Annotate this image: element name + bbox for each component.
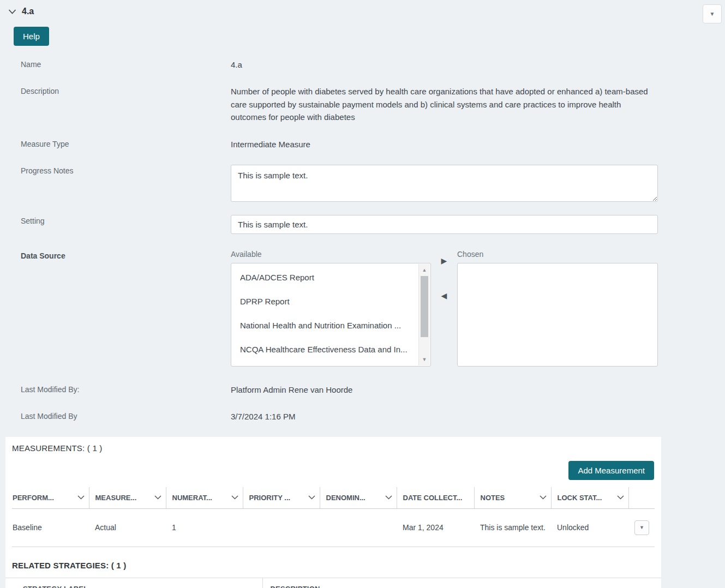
measurements-card: MEASUREMENTS: ( 1 ) Add Measurement PERF… [5,437,661,588]
available-column: Available ADA/ADCES Report DPRP Report N… [231,250,431,367]
available-list-items: ADA/ADCES Report DPRP Report National He… [231,263,430,362]
scrollbar-thumb[interactable] [421,276,428,337]
cell-lock-status: Unlocked [551,508,628,547]
progress-notes-label: Progress Notes [0,165,231,175]
setting-label: Setting [0,215,231,225]
description-label: Description [0,85,231,95]
filter-chevron-icon [154,495,161,500]
last-modified-by-value: Platform Admin Rene van Hoorde [231,383,658,396]
section-menu-button[interactable]: ▼ [703,4,722,23]
measure-type-value: Intermediate Measure [231,138,658,151]
form-row-progress-notes: Progress Notes This is sample text. [0,165,725,203]
move-left-icon[interactable]: ◀ [441,292,447,299]
chevron-down-icon [8,9,16,14]
cell-measure: Actual [89,508,166,547]
column-header-actions [628,487,655,509]
form-row-description: Description Number of people with diabet… [0,85,725,123]
list-item[interactable]: NCQA Healthcare Effectiveness Data and I… [231,338,430,362]
last-modified-date-label: Last Modified By [0,410,231,421]
form-row-last-modified-by: Last Modified By: Platform Admin Rene va… [0,383,725,396]
list-item[interactable]: National Health and Nutrition Examinatio… [231,314,430,338]
cell-notes: This is sample text. [474,508,551,547]
chosen-listbox[interactable] [457,263,658,367]
form-row-setting: Setting [0,215,725,234]
filter-chevron-icon [540,495,547,500]
section-collapse-toggle[interactable]: 4.a [8,7,34,16]
description-value: Number of people with diabetes served by… [231,85,658,123]
related-strategies-title: RELATED STRATEGIES: ( 1 ) [12,561,661,570]
column-header-date-collected[interactable]: DATE COLLECT... [397,487,474,509]
measurements-table: PERFORM... MEASURE... NUMERAT... PRIORIT… [12,487,655,547]
transfer-controls: ▶ ◀ [431,250,457,367]
form-row-name: Name 4.a [0,58,725,71]
cell-date-collected: Mar 1, 2024 [397,508,474,547]
help-button[interactable]: Help [14,27,49,46]
last-modified-date-value: 3/7/2024 1:16 PM [231,410,658,423]
cell-actions: ▼ [628,508,655,547]
filter-chevron-icon [617,495,624,500]
column-header-measure[interactable]: MEASURE... [89,487,166,509]
last-modified-by-label: Last Modified By: [0,383,231,394]
column-header-numerator[interactable]: NUMERAT... [166,487,243,509]
available-listbox[interactable]: ADA/ADCES Report DPRP Report National He… [231,263,431,367]
filter-chevron-icon [385,495,392,500]
row-menu-button[interactable]: ▼ [634,520,649,535]
section-header: 4.a ▼ [0,0,725,22]
name-value: 4.a [231,58,658,71]
list-item[interactable]: DPRP Report [231,290,430,314]
column-header-description[interactable]: DESCRIPTION [262,578,661,588]
chosen-label: Chosen [457,250,658,259]
move-right-icon[interactable]: ▶ [441,257,447,265]
cell-denominator [320,508,397,547]
table-row: Baseline Actual 1 Mar 1, 2024 This is sa… [12,508,655,547]
name-label: Name [0,58,231,69]
data-source-dual-list: Available ADA/ADCES Report DPRP Report N… [231,250,658,367]
form-row-data-source: Data Source Available ADA/ADCES Report D… [0,250,725,367]
form-row-measure-type: Measure Type Intermediate Measure [0,138,725,151]
column-header-priority[interactable]: PRIORITY ... [243,487,320,509]
add-measurement-button[interactable]: Add Measurement [568,461,654,480]
filter-chevron-icon [77,495,85,500]
column-header-notes[interactable]: NOTES [474,487,551,509]
related-strategies-header-row: STRATEGY LABEL DESCRIPTION [5,578,661,588]
column-header-performance[interactable]: PERFORM... [12,487,89,509]
column-header-strategy-label[interactable]: STRATEGY LABEL [5,578,262,588]
cell-numerator: 1 [166,508,243,547]
filter-chevron-icon [231,495,238,500]
available-label: Available [231,250,431,259]
data-source-label: Data Source [0,250,231,260]
progress-notes-textarea[interactable]: This is sample text. [231,165,658,202]
column-header-lock-status[interactable]: LOCK STAT... [551,487,628,509]
form-row-last-modified-date: Last Modified By 3/7/2024 1:16 PM [0,410,725,423]
related-strategies-table: STRATEGY LABEL DESCRIPTION Evidence-base… [5,578,661,588]
cell-priority [243,508,320,547]
measurements-title: MEASUREMENTS: ( 1 ) [5,437,661,453]
list-item[interactable]: ADA/ADCES Report [231,266,430,290]
cell-performance: Baseline [12,508,89,547]
scroll-down-icon[interactable]: ▼ [419,355,430,364]
filter-chevron-icon [308,495,315,500]
chosen-column: Chosen [457,250,658,367]
available-list-scrollbar[interactable]: ▲ ▼ [418,264,430,365]
measure-type-label: Measure Type [0,138,231,148]
page-title: 4.a [22,7,34,16]
setting-input[interactable] [231,215,658,234]
measure-form: Name 4.a Description Number of people wi… [0,58,725,423]
column-header-denominator[interactable]: DENOMIN... [320,487,397,509]
measurements-header-row: PERFORM... MEASURE... NUMERAT... PRIORIT… [12,487,655,509]
caret-down-icon: ▼ [710,11,715,17]
scroll-up-icon[interactable]: ▲ [419,265,430,275]
caret-down-icon: ▼ [639,525,644,530]
